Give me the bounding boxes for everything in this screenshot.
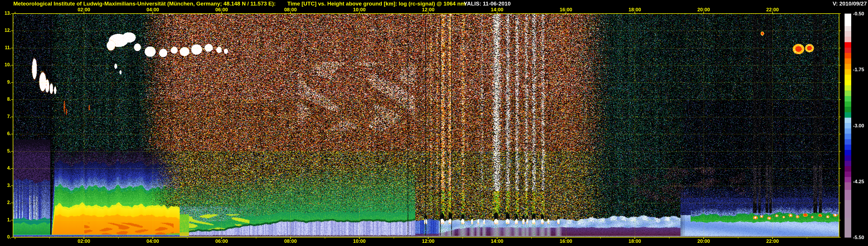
instrument-date-label: YALIS: 11-06-2010 — [464, 1, 511, 7]
colorbar-tick--4.25: -4.25 — [853, 179, 864, 185]
x-tick-top-08:00: 08:00 — [279, 7, 302, 13]
x-tick-top-02:00: 02:00 — [72, 7, 95, 13]
x-tick-top-12:00: 12:00 — [416, 7, 440, 13]
x-tick-bottom-22:00: 22:00 — [761, 239, 784, 244]
x-tick-top-14:00: 14:00 — [486, 7, 509, 13]
lidar-heatmap-canvas — [0, 0, 868, 246]
x-tick-bottom-20:00: 20:00 — [692, 239, 715, 244]
colorbar-tick--0.50: -0.50 — [853, 11, 864, 17]
colorbar-tick--5.50: -5.50 — [853, 235, 864, 241]
x-tick-top-06:00: 06:00 — [210, 7, 233, 13]
x-tick-bottom-16:00: 16:00 — [554, 239, 578, 244]
y-tick-10: 10. — [0, 62, 11, 67]
x-tick-bottom-10:00: 10:00 — [348, 239, 371, 244]
x-tick-top-18:00: 18:00 — [623, 7, 646, 13]
x-tick-top-20:00: 20:00 — [692, 7, 715, 13]
x-tick-bottom-04:00: 04:00 — [141, 239, 164, 244]
x-tick-top-04:00: 04:00 — [141, 7, 164, 13]
y-tick-11: 11. — [0, 45, 11, 50]
x-tick-top-10:00: 10:00 — [348, 7, 371, 13]
y-tick-12: 12. — [0, 28, 11, 33]
lidar-quicklook-page: Meteorological Institute of Ludwig-Maxim… — [0, 0, 868, 246]
colorbar-tick--3.00: -3.00 — [853, 123, 864, 129]
y-tick-8: 8. — [0, 97, 11, 102]
x-tick-bottom-18:00: 18:00 — [623, 239, 646, 244]
y-tick-6: 6. — [0, 131, 11, 136]
y-tick-1: 1. — [0, 217, 11, 222]
x-tick-top-22:00: 22:00 — [761, 7, 784, 13]
x-tick-bottom-14:00: 14:00 — [486, 239, 509, 244]
colorbar-tick--1.75: -1.75 — [853, 67, 864, 73]
y-tick-13: 13. — [0, 11, 11, 16]
y-tick-2: 2. — [0, 200, 11, 205]
x-tick-bottom-06:00: 06:00 — [210, 239, 233, 244]
y-tick-0: 0. — [0, 235, 11, 240]
y-tick-3: 3. — [0, 183, 11, 188]
institute-title: Meteorological Institute of Ludwig-Maxim… — [13, 1, 276, 7]
y-tick-5: 5. — [0, 149, 11, 154]
plot-title: Time [UTC] vs. Height above ground [km]:… — [287, 1, 466, 7]
version-label: V: 2010/09/27 — [833, 1, 867, 7]
y-tick-4: 4. — [0, 165, 11, 171]
x-tick-bottom-02:00: 02:00 — [72, 239, 95, 244]
x-tick-bottom-08:00: 08:00 — [279, 239, 302, 244]
x-tick-top-16:00: 16:00 — [554, 7, 578, 13]
y-tick-9: 9. — [0, 80, 11, 85]
x-tick-bottom-12:00: 12:00 — [416, 239, 440, 244]
y-tick-7: 7. — [0, 114, 11, 119]
